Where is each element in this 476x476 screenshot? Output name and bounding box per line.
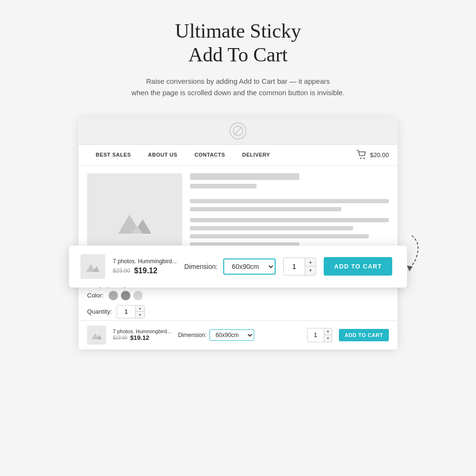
sticky-qty-arrows-large: ▲ ▼ — [305, 258, 316, 275]
logo-inner — [233, 126, 243, 136]
sticky-dimension-row: Dimension: 60x90cm 40x60cm 80x120cm — [184, 258, 276, 275]
store-logo — [229, 122, 247, 139]
color-label: Color: — [87, 292, 104, 299]
sticky-old-price-small: $23.90 — [113, 335, 128, 340]
cart-price: $20.00 — [370, 151, 389, 159]
browser-mockup: BEST SALES ABOUT US CONTACTS DELIVERY $2… — [79, 118, 397, 349]
sticky-old-price: $23.90 — [113, 268, 130, 274]
qty-arrows: ▲ ▼ — [135, 306, 144, 318]
add-to-cart-button-large[interactable]: ADD TO CART — [324, 257, 392, 276]
header-section: Ultimate Sticky Add To Cart Raise conver… — [122, 0, 354, 108]
nav-item-aboutus[interactable]: ABOUT US — [139, 152, 186, 158]
browser-topbar — [79, 118, 397, 145]
sticky-qty-input-large[interactable] — [284, 258, 305, 275]
color-row: Color: — [79, 288, 397, 303]
mountain-icon-large — [86, 261, 99, 272]
sticky-dimension-label: Dimension: — [184, 263, 218, 270]
color-swatch-2[interactable] — [121, 291, 130, 300]
add-to-cart-button-small[interactable]: ADD TO CART — [339, 329, 389, 341]
quantity-input[interactable] — [117, 306, 135, 318]
skeleton-text-2 — [190, 207, 341, 211]
sticky-qty-input-small[interactable] — [307, 328, 324, 342]
arrow-dashed-icon — [397, 233, 426, 271]
sticky-qty-large: ▲ ▼ — [283, 258, 316, 276]
page-wrapper: Ultimate Sticky Add To Cart Raise conver… — [0, 0, 476, 476]
nav-cart[interactable]: $20.00 — [357, 150, 389, 159]
skeleton-title — [190, 173, 299, 180]
sticky-new-price: $19.12 — [134, 267, 158, 275]
nav-bar: BEST SALES ABOUT US CONTACTS DELIVERY $2… — [79, 145, 397, 166]
sticky-new-price-small: $19.12 — [130, 334, 149, 341]
qty-up-arrow[interactable]: ▲ — [136, 306, 144, 312]
sticky-small-dimension-row: Dimension: 60x90cm 40x60cm 80x120cm — [178, 329, 300, 341]
svg-point-3 — [360, 158, 362, 159]
sticky-price-row-small: $23.90 $19.12 — [113, 334, 171, 341]
quantity-input-group: ▲ ▼ — [117, 305, 145, 318]
nav-items: BEST SALES ABOUT US CONTACTS DELIVERY — [87, 152, 357, 158]
quantity-label: Quantity: — [87, 308, 112, 315]
sticky-product-info-large: 7 photos. Hummingbird... $23.90 $19.12 — [113, 258, 177, 275]
nav-item-delivery[interactable]: DELIVERY — [234, 152, 279, 158]
skeleton-text-1 — [190, 199, 389, 203]
sticky-qty-down-large[interactable]: ▼ — [305, 267, 316, 275]
sticky-product-name: 7 photos. Hummingbird... — [113, 258, 177, 265]
sticky-qty-up-large[interactable]: ▲ — [305, 258, 316, 267]
sticky-dimension-select-large[interactable]: 60x90cm 40x60cm 80x120cm — [223, 258, 276, 275]
sticky-dimension-label-small: Dimension: — [178, 332, 207, 338]
browser-mockup-wrapper: 7 photos. Hummingbird... $23.90 $19.12 D… — [79, 108, 397, 349]
sticky-product-info-small: 7 photos. Hummingbird... $23.90 $19.12 — [113, 328, 171, 341]
color-swatches — [109, 291, 143, 300]
sticky-bar-small: 7 photos. Hummingbird... $23.90 $19.12 D… — [79, 320, 397, 349]
sticky-qty-up-small[interactable]: ▲ — [324, 328, 332, 335]
color-swatch-1[interactable] — [109, 291, 118, 300]
page-title: Ultimate Sticky Add To Cart — [131, 19, 345, 67]
sticky-qty-down-small[interactable]: ▼ — [324, 335, 332, 342]
sticky-thumb-small — [87, 326, 106, 345]
color-swatch-3[interactable] — [133, 291, 143, 300]
sticky-thumb-large — [80, 254, 105, 279]
sticky-bar-large: 7 photos. Hummingbird... $23.90 $19.12 D… — [69, 246, 407, 288]
skeleton-text-5 — [190, 234, 369, 238]
skeleton-text-3 — [190, 218, 389, 222]
page-subtitle: Raise conversions by adding Add to Cart … — [131, 76, 345, 99]
sticky-qty-arrows-small: ▲ ▼ — [324, 328, 332, 342]
nav-item-bestsales[interactable]: BEST SALES — [87, 152, 139, 158]
nav-item-contacts[interactable]: CONTACTS — [186, 152, 234, 158]
qty-down-arrow[interactable]: ▼ — [136, 312, 144, 318]
sticky-product-name-small: 7 photos. Hummingbird... — [113, 328, 171, 334]
skeleton-text-4 — [190, 226, 353, 230]
arrow-indicator — [397, 233, 426, 273]
mountain-icon-small — [91, 331, 102, 339]
quantity-row: Quantity: ▲ ▼ — [79, 303, 397, 320]
svg-marker-2 — [407, 266, 413, 271]
sticky-dimension-select-small[interactable]: 60x90cm 40x60cm 80x120cm — [209, 329, 254, 341]
cart-icon — [357, 150, 367, 159]
mountain-icon-main — [118, 208, 151, 234]
sticky-price-row: $23.90 $19.12 — [113, 267, 177, 275]
svg-point-4 — [364, 158, 365, 159]
skeleton-subtitle — [190, 184, 257, 188]
sticky-qty-small: ▲ ▼ — [307, 328, 332, 342]
